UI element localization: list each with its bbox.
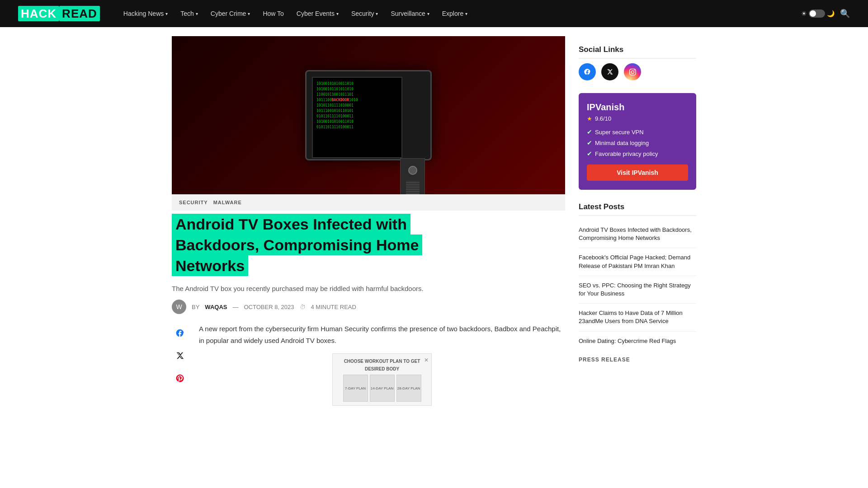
- moon-icon: 🌙: [827, 10, 835, 17]
- toggle-knob: [810, 10, 816, 17]
- main-content: 10100101010011010 10100101101011010 1100…: [172, 36, 565, 413]
- article-title: Android TV Boxes Infected with Backdoors…: [172, 216, 422, 274]
- social-links-title: Social Links: [579, 45, 696, 59]
- article-tag[interactable]: MALWARE: [213, 200, 242, 205]
- latest-posts-list: Android TV Boxes Infected with Backdoors…: [579, 221, 696, 351]
- author-avatar: W: [172, 300, 186, 314]
- ipvanish-title: IPVanish: [587, 102, 688, 113]
- check-icon: ✔: [587, 150, 592, 157]
- chevron-down-icon: ▾: [376, 11, 378, 16]
- check-icon: ✔: [587, 128, 592, 136]
- latest-posts-title: Latest Posts: [579, 202, 696, 216]
- latest-post-item[interactable]: Online Dating: Cybercrime Red Flags: [579, 332, 696, 351]
- author-name[interactable]: WAQAS: [205, 304, 227, 310]
- ipvanish-rating: ★ 9.6/10: [587, 115, 688, 122]
- article-excerpt: The Android TV box you recently purchase…: [172, 283, 565, 294]
- article-meta: W BY WAQAS — OCTOBER 8, 2023 ⏱ 4 MINUTE …: [172, 300, 565, 314]
- latest-post-item[interactable]: Facebook's Official Page Hacked; Demand …: [579, 248, 696, 276]
- article-body: A new report from the cybersecurity firm…: [199, 323, 565, 413]
- check-icon: ✔: [587, 139, 592, 146]
- latest-posts-section: Latest Posts Android TV Boxes Infected w…: [579, 202, 696, 369]
- twitter-link[interactable]: [601, 63, 618, 80]
- header-right: ☀ 🌙 🔍: [801, 9, 850, 19]
- ad-title: CHOOSE WORKOUT PLAN TO GET DESIRED BODY: [336, 357, 428, 373]
- latest-post-item[interactable]: Hacker Claims to Have Data of 7 Million …: [579, 304, 696, 331]
- nav-item-how-to[interactable]: How To: [257, 6, 289, 21]
- search-icon[interactable]: 🔍: [840, 9, 850, 19]
- star-icon: ★: [587, 115, 592, 122]
- nav-item-hacking-news[interactable]: Hacking News ▾: [118, 6, 173, 21]
- title-line-2: Backdoors, Compromising Home: [172, 235, 422, 255]
- chevron-down-icon: ▾: [165, 11, 168, 16]
- tv-screen: 10100101010011010 10100101101011010 1100…: [312, 77, 402, 158]
- ipvanish-features: ✔Super secure VPN✔Minimal data logging✔F…: [587, 128, 688, 157]
- ipvanish-feature: ✔Minimal data logging: [587, 139, 688, 146]
- advertisement-block: ✕ CHOOSE WORKOUT PLAN TO GET DESIRED BOD…: [332, 353, 432, 406]
- tv-knob-1: [408, 166, 417, 175]
- nav-item-surveillance[interactable]: Surveillance ▾: [385, 6, 434, 21]
- article-body-area: A new report from the cybersecurity firm…: [172, 323, 565, 413]
- ipvanish-cta-button[interactable]: Visit IPVanish: [587, 164, 688, 181]
- ipvanish-section: IPVanish ★ 9.6/10 ✔Super secure VPN✔Mini…: [579, 93, 696, 190]
- hero-image: 10100101010011010 10100101101011010 1100…: [172, 36, 565, 194]
- toggle-switch[interactable]: [809, 9, 825, 18]
- site-logo[interactable]: HACKREAD: [18, 7, 100, 21]
- chevron-down-icon: ▾: [465, 11, 467, 16]
- chevron-down-icon: ▾: [248, 11, 250, 16]
- share-twitter-button[interactable]: [172, 347, 188, 364]
- title-line-3: Networks: [172, 255, 248, 276]
- article-tag[interactable]: SECURITY: [179, 200, 208, 205]
- clock-icon: ⏱: [300, 304, 306, 310]
- ad-plan: 14-DAY PLAN: [370, 375, 395, 402]
- article-date: OCTOBER 8, 2023: [244, 304, 294, 310]
- ipvanish-feature: ✔Super secure VPN: [587, 128, 688, 136]
- ad-plan: 28-DAY PLAN: [396, 375, 421, 402]
- ipvanish-card: IPVanish ★ 9.6/10 ✔Super secure VPN✔Mini…: [579, 93, 696, 190]
- article-title-area: Android TV Boxes Infected with Backdoors…: [172, 211, 565, 276]
- read-time: 4 MINUTE READ: [311, 304, 356, 310]
- ad-plans: 7-DAY PLAN14-DAY PLAN28-DAY PLAN: [336, 375, 428, 402]
- title-line-1: Android TV Boxes Infected with: [172, 214, 410, 235]
- social-links: [579, 63, 696, 80]
- social-share: [172, 325, 188, 413]
- latest-post-item[interactable]: SEO vs. PPC: Choosing the Right Strategy…: [579, 276, 696, 304]
- chevron-down-icon: ▾: [427, 11, 429, 16]
- article-tags: SECURITYMALWARE: [172, 194, 565, 211]
- nav-item-cyber-crime[interactable]: Cyber Crime ▾: [205, 6, 256, 21]
- article-first-paragraph: A new report from the cybersecurity firm…: [199, 323, 565, 346]
- nav-item-explore[interactable]: Explore ▾: [437, 6, 473, 21]
- site-header: HACKREAD Hacking News ▾Tech ▾Cyber Crime…: [0, 0, 868, 27]
- latest-post-item[interactable]: Android TV Boxes Infected with Backdoors…: [579, 221, 696, 248]
- ipvanish-feature: ✔Favorable privacy policy: [587, 150, 688, 157]
- chevron-down-icon: ▾: [196, 11, 198, 16]
- instagram-link[interactable]: [624, 63, 641, 80]
- nav-item-cyber-events[interactable]: Cyber Events ▾: [291, 6, 344, 21]
- theme-toggle[interactable]: ☀ 🌙: [801, 9, 835, 18]
- share-facebook-button[interactable]: [172, 325, 188, 341]
- press-release-label: PRESS RELEASE: [579, 351, 696, 369]
- sidebar: Social Links IPVanish ★ 9.6/10: [579, 36, 696, 413]
- tv-speaker: [406, 181, 420, 194]
- tv-side-controls: [400, 158, 425, 194]
- date-separator: —: [232, 304, 238, 310]
- tv-box-illustration: 10100101010011010 10100101101011010 1100…: [305, 70, 432, 160]
- ad-close-button[interactable]: ✕: [424, 356, 429, 365]
- share-pinterest-button[interactable]: [172, 370, 188, 386]
- social-links-section: Social Links: [579, 45, 696, 80]
- facebook-link[interactable]: [579, 63, 596, 80]
- nav-item-tech[interactable]: Tech ▾: [175, 6, 203, 21]
- chevron-down-icon: ▾: [336, 11, 339, 16]
- by-label: BY: [192, 304, 199, 310]
- ad-plan: 7-DAY PLAN: [343, 375, 368, 402]
- main-nav: Hacking News ▾Tech ▾Cyber Crime ▾How ToC…: [118, 6, 801, 21]
- ipvanish-score: 9.6/10: [595, 115, 611, 122]
- nav-item-security[interactable]: Security ▾: [346, 6, 384, 21]
- sun-icon: ☀: [801, 10, 807, 17]
